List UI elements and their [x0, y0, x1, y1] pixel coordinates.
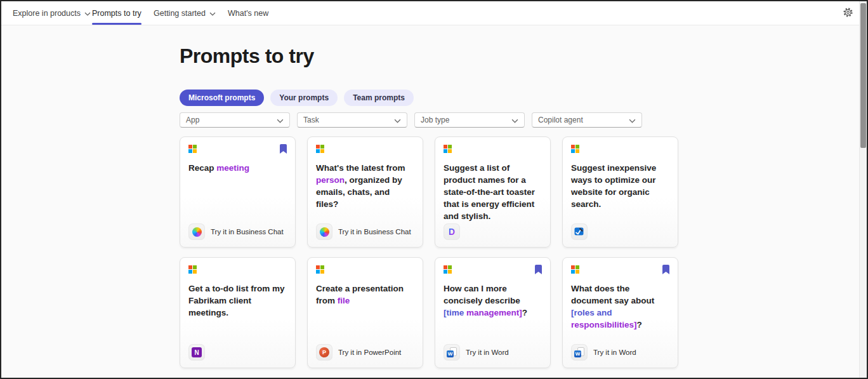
try-it-link[interactable]: Try it in Business Chat: [188, 223, 284, 240]
try-it-link[interactable]: N: [188, 344, 205, 361]
dropdown-label: Job type: [421, 116, 449, 124]
prompt-text-part: management]: [466, 308, 522, 317]
filter-dropdowns: App Task Job type Copilot agent: [180, 112, 642, 128]
app-icon-chip: [316, 223, 332, 240]
pill-your-prompts[interactable]: Your prompts: [270, 90, 338, 106]
nav-item-label: Getting started: [154, 9, 206, 18]
chevron-down-icon: [277, 119, 284, 123]
nav-item-label: What's new: [228, 9, 268, 18]
chevron-down-icon: [511, 119, 518, 123]
copilot-agent-dropdown[interactable]: Copilot agent: [532, 112, 642, 128]
chevron-down-icon: [209, 12, 216, 16]
try-it-label: Try it in Business Chat: [338, 228, 411, 236]
bookmark-icon[interactable]: [535, 265, 542, 277]
prompt-text: Suggest inexpensive ways to optimize our…: [571, 162, 669, 210]
try-it-link[interactable]: W Try it in Word: [444, 344, 509, 361]
scrollbar-track[interactable]: [859, 1, 867, 378]
prompt-card[interactable]: Create a presentation from file P Try it…: [307, 257, 423, 368]
app-icon-chip: P: [316, 344, 332, 361]
pill-team-prompts[interactable]: Team prompts: [344, 90, 414, 106]
bookmark-icon[interactable]: [662, 265, 669, 277]
prompt-card[interactable]: What does the document say about [roles …: [562, 257, 678, 368]
gear-icon: [843, 7, 853, 20]
microsoft-logo-icon: [316, 265, 324, 274]
word-icon: W: [574, 347, 584, 357]
web-check-icon: [574, 227, 584, 237]
prompt-text-part: [roles and: [571, 308, 612, 317]
job-type-dropdown[interactable]: Job type: [414, 112, 525, 128]
designer-icon: D: [449, 227, 455, 237]
prompt-card[interactable]: What's the latest from person, organized…: [307, 136, 423, 248]
nav-item-getting-started[interactable]: Getting started: [154, 1, 216, 25]
top-navigation: Explore in products Prompts to try Getti…: [1, 1, 867, 25]
powerpoint-icon: P: [319, 347, 329, 357]
prompt-text-part: What does the document say about: [571, 284, 654, 305]
onenote-icon: N: [192, 347, 202, 357]
prompt-text-part: ?: [637, 320, 642, 329]
scrollbar-thumb[interactable]: [860, 3, 866, 148]
prompt-filter-pills: Microsoft prompts Your prompts Team prom…: [180, 90, 414, 106]
card-header: [571, 145, 669, 155]
dropdown-label: Task: [303, 116, 319, 124]
try-it-label: Try it in Business Chat: [211, 228, 284, 236]
chevron-down-icon: [84, 12, 91, 16]
microsoft-logo-icon: [444, 265, 452, 274]
prompt-text: Create a presentation from file: [316, 283, 414, 307]
nav-item-whats-new[interactable]: What's new: [228, 1, 268, 25]
nav-item-explore-in-products[interactable]: Explore in products: [13, 1, 91, 25]
microsoft-logo-icon: [571, 145, 579, 153]
app-dropdown[interactable]: App: [180, 112, 290, 128]
copilot-icon: [320, 227, 329, 237]
try-it-link[interactable]: Try it in Business Chat: [316, 223, 411, 240]
card-header: [444, 265, 542, 276]
try-it-link[interactable]: P Try it in PowerPoint: [316, 344, 401, 361]
prompt-text: How can I more concisely describe [time …: [444, 283, 542, 319]
prompt-text-part: responsibilities]: [571, 320, 637, 329]
settings-button[interactable]: [840, 6, 855, 21]
prompt-card[interactable]: How can I more concisely describe [time …: [435, 257, 551, 368]
prompt-text-part: Suggest inexpensive ways to optimize our…: [571, 163, 656, 209]
nav-item-label: Explore in products: [13, 9, 81, 18]
dropdown-label: Copilot agent: [538, 116, 583, 124]
cards-grid: Recap meeting Try it in Business Chat Wh…: [180, 136, 678, 379]
try-it-label: Try it in Word: [466, 349, 509, 356]
prompt-text: What does the document say about [roles …: [571, 283, 669, 331]
microsoft-logo-icon: [188, 145, 197, 153]
prompt-card[interactable]: Suggest a list of product names for a st…: [435, 136, 551, 248]
word-icon: W: [447, 347, 457, 357]
card-header: [571, 265, 669, 276]
card-header: [188, 145, 287, 155]
prompt-text-part: Suggest a list of product names for a st…: [444, 163, 535, 221]
try-it-label: Try it in PowerPoint: [338, 349, 401, 356]
page-title: Prompts to try: [180, 44, 314, 68]
microsoft-logo-icon: [316, 145, 324, 153]
app-icon-chip: [188, 223, 205, 240]
prompt-card[interactable]: Get a to-do list from my Fabrikam client…: [180, 257, 296, 368]
prompt-text-part: How can I more concisely describe: [444, 284, 520, 305]
app-icon-chip: [571, 223, 588, 240]
prompt-text-part: What's the latest from: [316, 163, 405, 173]
try-it-link[interactable]: D: [444, 223, 460, 240]
microsoft-logo-icon: [444, 145, 452, 153]
prompt-text-part: person: [316, 175, 345, 185]
app-icon-chip: W: [444, 344, 460, 361]
dropdown-label: App: [186, 116, 199, 124]
prompt-text-part: file: [338, 296, 350, 305]
nav-item-prompts-to-try[interactable]: Prompts to try: [92, 1, 141, 25]
card-header: [316, 265, 414, 276]
prompt-text: Suggest a list of product names for a st…: [444, 162, 542, 222]
pill-microsoft-prompts[interactable]: Microsoft prompts: [180, 90, 264, 106]
card-header: [188, 265, 287, 276]
task-dropdown[interactable]: Task: [297, 112, 407, 128]
prompt-card[interactable]: Recap meeting Try it in Business Chat: [180, 136, 296, 248]
try-it-link[interactable]: W Try it in Word: [571, 344, 636, 361]
bookmark-icon[interactable]: [280, 144, 287, 156]
chevron-down-icon: [629, 119, 636, 123]
try-it-label: Try it in Word: [593, 349, 636, 356]
prompt-text: Recap meeting: [188, 162, 287, 174]
prompt-card[interactable]: Suggest inexpensive ways to optimize our…: [562, 136, 678, 248]
prompt-text-part: meeting: [216, 163, 249, 173]
card-header: [444, 145, 542, 155]
try-it-link[interactable]: [571, 223, 588, 240]
prompt-text: What's the latest from person, organized…: [316, 162, 414, 210]
